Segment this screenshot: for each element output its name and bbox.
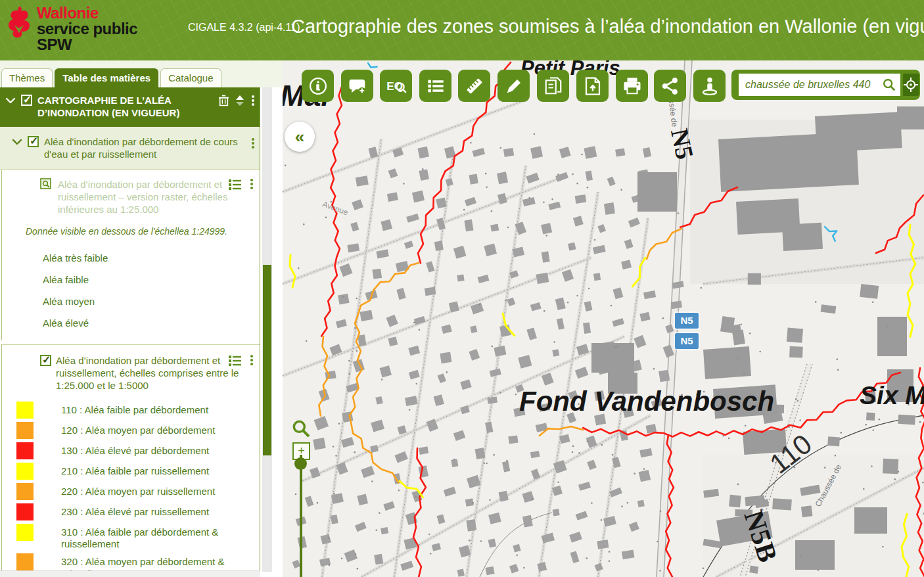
raster-legend-item: Aléa faible — [43, 274, 260, 285]
sidebar-top-strip — [0, 60, 283, 68]
root-layer-checkbox[interactable] — [21, 95, 32, 106]
collapse-sidebar-button[interactable]: « — [285, 122, 315, 152]
legend-label: 220 : Aléa moyen par ruissellement — [34, 483, 231, 497]
chevron-down-icon[interactable] — [5, 95, 16, 106]
export-button[interactable] — [576, 70, 609, 102]
tree-row-group[interactable]: Aléa d'inondation par débordement de cou… — [0, 127, 260, 170]
root-layer-label: CARTOGRAPHIE DE L’ALÉA D’INONDATION (EN … — [37, 94, 213, 119]
route-shield-n5: N5 — [675, 333, 699, 349]
legend-list-icon[interactable] — [229, 179, 242, 190]
legend-swatch — [16, 553, 34, 570]
route-shield-n5: N5 — [675, 313, 699, 329]
tree-row-raster-layer[interactable]: Aléa d’inondation par débordement et rui… — [2, 170, 260, 218]
legend-label: 120 : Aléa moyen par débordement — [34, 422, 231, 436]
legend-row: 320 : Aléa moyen par débordement & ruiss… — [2, 553, 260, 572]
raster-legend-item: Aléa élevé — [43, 317, 260, 329]
legend-swatch — [16, 422, 34, 439]
legend-label: 310 : Aléa faible par débordement & ruis… — [34, 524, 231, 550]
legend-label: 110 : Aléa faible par débordement — [34, 402, 231, 416]
attribute-query-button[interactable]: EQ — [380, 70, 412, 102]
vector-layer-block: Aléa d’inondation par débordement et rui… — [1, 344, 260, 572]
legend-row: 210 : Aléa faible par ruissellement — [2, 463, 260, 480]
brand-spw: SPW — [37, 37, 137, 53]
map-toolbar: EQ — [283, 60, 924, 103]
layer-tree: CARTOGRAPHIE DE L’ALÉA D’INONDATION (EN … — [0, 87, 260, 572]
zoom-slider-knob[interactable] — [294, 457, 307, 470]
legend-swatch — [16, 463, 34, 480]
legend-label: 230 : Aléa élevé par ruissellement — [34, 503, 231, 518]
legend-row: 230 : Aléa élevé par ruissellement — [2, 503, 260, 520]
tab-catalogue[interactable]: Catalogue — [160, 68, 221, 87]
map-label-six-m: Six M — [860, 381, 924, 410]
raster-legend: Aléa très faible Aléa faible Aléa moyen … — [2, 238, 260, 340]
vector-legend: 110 : Aléa faible par débordement 120 : … — [2, 394, 260, 572]
legend-label: 130 : Aléa élevé par débordement — [34, 442, 231, 457]
draw-button[interactable] — [497, 70, 530, 102]
tree-row-root[interactable]: CARTOGRAPHIE DE L’ALÉA D’INONDATION (EN … — [0, 87, 260, 127]
wallonie-rooster-icon — [5, 5, 33, 47]
legend-swatch — [16, 503, 34, 520]
raster-kebab-menu-icon[interactable] — [249, 178, 254, 190]
vector-kebab-menu-icon[interactable] — [249, 354, 254, 366]
group-kebab-menu-icon[interactable] — [250, 137, 256, 149]
page-title: Cartographie des zones soumises à l’aléa… — [291, 16, 924, 37]
sidebar-horizontal-scrollbar[interactable] — [0, 570, 260, 577]
root-kebab-menu-icon[interactable] — [250, 95, 256, 106]
legend-swatch — [16, 402, 34, 419]
zoom-magnifier-icon[interactable] — [290, 418, 312, 439]
measure-button[interactable] — [458, 70, 490, 102]
sidebar-tabs: Thèmes Table des matières Catalogue — [0, 68, 283, 87]
legend-row: 120 : Aléa moyen par débordement — [2, 422, 260, 439]
app-header: Wallonie service public SPW CIGALE 4.3.2… — [0, 0, 924, 60]
zoom-to-layer-icon[interactable] — [40, 178, 53, 191]
legend-row: 130 : Aléa élevé par débordement — [2, 442, 260, 459]
legend-swatch — [16, 524, 34, 541]
legend-swatch — [16, 442, 34, 459]
sidebar-scrollbar-thumb[interactable] — [263, 265, 271, 455]
legend-row: 110 : Aléa faible par débordement — [2, 402, 260, 419]
search-input[interactable] — [745, 79, 882, 91]
map-label-fond-vandenbosch: Fond Vandenbosch — [519, 386, 774, 417]
legend-label: 320 : Aléa moyen par débordement & ruiss… — [34, 553, 231, 572]
chevron-down-icon[interactable] — [12, 137, 22, 147]
spw-logo: Wallonie service public SPW — [5, 5, 137, 53]
layers-sidebar: Thèmes Table des matières Catalogue CART… — [0, 60, 283, 577]
add-comment-button[interactable] — [341, 70, 373, 102]
app-version: CIGALE 4.3.2 (api-4.11) — [188, 22, 300, 34]
legend-row: 310 : Aléa faible par débordement & ruis… — [2, 524, 260, 550]
brand-service-public: service public — [37, 21, 137, 37]
zoom-slider-track[interactable] — [300, 455, 302, 577]
print-button[interactable] — [616, 70, 648, 102]
legend-row: 220 : Aléa moyen par ruissellement — [2, 483, 260, 500]
vector-layer-checkbox[interactable] — [40, 355, 51, 366]
map-label-n5: N5 — [665, 126, 700, 162]
search-input-wrap — [739, 74, 900, 96]
vector-layer-label: Aléa d’inondation par débordement et rui… — [56, 354, 256, 392]
address-searchbar — [731, 70, 920, 100]
raster-legend-item: Aléa très faible — [43, 252, 260, 264]
search-icon[interactable] — [882, 78, 896, 92]
map-canvas[interactable] — [283, 60, 924, 577]
streetview-button[interactable] — [693, 70, 726, 102]
raster-layer-block: Aléa d’inondation par débordement et rui… — [1, 170, 260, 340]
reorder-arrows-icon[interactable] — [235, 95, 244, 106]
tree-row-vector-layer[interactable]: Aléa d’inondation par débordement et rui… — [2, 345, 260, 394]
group-layer-label: Aléa d'inondation par débordement de cou… — [44, 135, 245, 160]
layer-list-button[interactable] — [419, 70, 451, 102]
geolocate-button[interactable] — [903, 74, 919, 96]
tab-table-des-matieres[interactable]: Table des matières — [55, 68, 158, 87]
legend-label: 210 : Aléa faible par ruissellement — [34, 463, 231, 477]
group-layer-checkbox[interactable] — [28, 136, 39, 147]
legend-swatch — [16, 483, 34, 500]
raster-legend-item: Aléa moyen — [43, 296, 260, 307]
legend-list-icon[interactable] — [229, 355, 242, 366]
share-button[interactable] — [654, 70, 686, 102]
tab-themes[interactable]: Thèmes — [1, 68, 53, 87]
raster-layer-label: Aléa d’inondation par débordement et rui… — [58, 178, 256, 216]
sidebar-scrollbar-track[interactable] — [262, 87, 272, 572]
documents-button[interactable] — [537, 70, 569, 102]
map-viewport[interactable]: Petit Paris Mai N5 Fond Vandenbosch Six … — [283, 60, 924, 577]
scale-visibility-note: Donnée visible en dessous de l'échellea … — [2, 218, 260, 238]
info-button[interactable] — [302, 70, 334, 102]
trash-icon[interactable] — [218, 95, 229, 106]
